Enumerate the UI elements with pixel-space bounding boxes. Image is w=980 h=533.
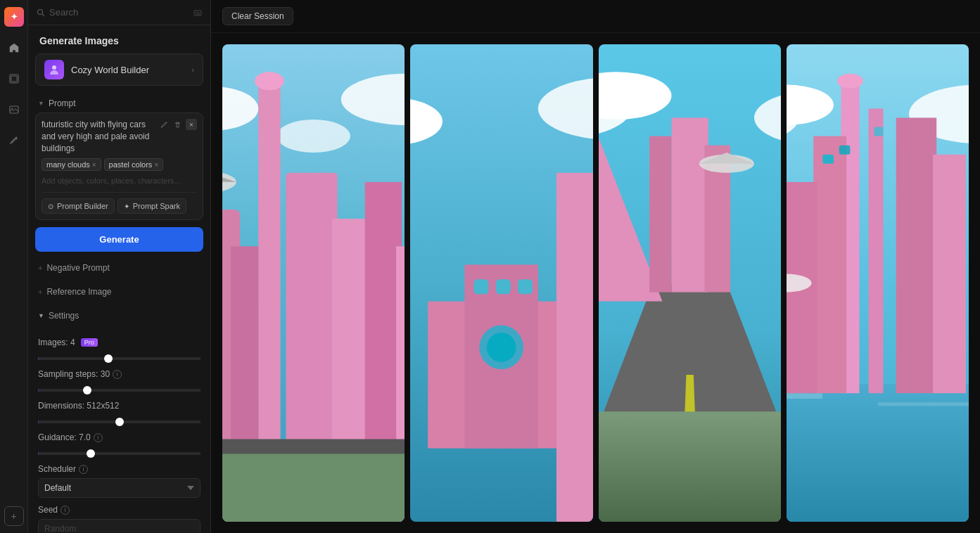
seed-info-icon[interactable]: i: [61, 506, 70, 515]
images-slider[interactable]: [38, 357, 201, 360]
guidance-info-icon[interactable]: i: [94, 433, 103, 442]
svg-point-89: [837, 74, 863, 89]
search-icon: [37, 8, 45, 17]
pro-badge: Pro: [81, 338, 98, 347]
svg-rect-90: [868, 108, 883, 393]
images-label: Images: 4 Pro: [38, 338, 201, 347]
prompt-edit-button[interactable]: [159, 119, 170, 130]
seed-label: Seed i: [38, 505, 201, 515]
svg-rect-52: [496, 279, 511, 294]
seed-input[interactable]: [38, 519, 201, 533]
nav-home[interactable]: [4, 38, 24, 58]
svg-point-17: [255, 72, 284, 90]
tag-pastel-colors: pastel colors ×: [104, 158, 164, 171]
svg-rect-81: [787, 393, 822, 399]
prompt-placeholder[interactable]: Add objects, colors, places, characters.…: [42, 175, 197, 186]
prompt-spark-button[interactable]: ✦ Prompt Spark: [117, 198, 186, 214]
search-bar: [28, 0, 210, 25]
spark-icon: ✦: [124, 203, 129, 210]
prompt-delete-button[interactable]: [172, 119, 183, 130]
svg-rect-70: [649, 136, 671, 293]
svg-point-4: [38, 9, 43, 14]
generate-button[interactable]: Generate: [35, 227, 203, 252]
generated-image-2[interactable]: [410, 44, 592, 522]
negative-prompt-plus-icon: +: [38, 264, 42, 272]
svg-rect-97: [874, 127, 883, 136]
svg-point-50: [487, 333, 516, 362]
svg-rect-51: [474, 279, 489, 294]
svg-point-6: [52, 65, 56, 70]
tag-many-clouds-remove[interactable]: ×: [92, 161, 96, 169]
scheduler-info-icon[interactable]: i: [79, 465, 88, 474]
dimensions-label: Dimensions: 512x512: [38, 401, 201, 411]
svg-rect-91: [813, 136, 846, 394]
svg-rect-96: [839, 146, 851, 155]
search-input[interactable]: [49, 7, 189, 18]
settings-chevron-down-icon: ▼: [38, 312, 44, 319]
generated-image-3[interactable]: [599, 44, 781, 522]
sampling-steps-slider[interactable]: [38, 389, 201, 392]
icon-rail: ✦ +: [0, 0, 28, 533]
svg-rect-92: [896, 117, 936, 393]
model-name: Cozy World Builder: [71, 65, 184, 75]
prompt-builder-button[interactable]: ⊙ Prompt Builder: [42, 198, 115, 214]
nav-layers[interactable]: [4, 69, 24, 89]
svg-rect-44: [556, 173, 592, 522]
prompt-section-label: Prompt: [49, 98, 76, 108]
prompt-section-header[interactable]: ▼ Prompt: [28, 93, 210, 113]
scheduler-label: Scheduler i: [38, 464, 201, 474]
tag-many-clouds: many clouds ×: [42, 158, 101, 171]
negative-prompt-section: + Negative Prompt: [28, 256, 210, 280]
svg-rect-95: [822, 155, 834, 164]
target-icon: ⊙: [48, 203, 53, 210]
sampling-steps-info-icon[interactable]: i: [113, 370, 122, 379]
negative-prompt-header[interactable]: + Negative Prompt: [38, 260, 201, 276]
prompt-chevron-down-icon: ▼: [38, 100, 44, 107]
model-chevron-icon: ›: [191, 65, 194, 74]
sampling-steps-label: Sampling steps: 30 i: [38, 369, 201, 379]
sidebar: Generate Images Cozy World Builder › ▼ P…: [28, 0, 211, 533]
app-logo[interactable]: ✦: [4, 7, 24, 27]
prompt-text: futuristic city with flying cars and ver…: [42, 119, 155, 154]
main-content: Clear Session: [211, 0, 980, 533]
guidance-slider[interactable]: [38, 452, 201, 455]
svg-rect-28: [222, 439, 405, 454]
nav-add[interactable]: +: [4, 506, 24, 526]
tag-row: many clouds × pastel colors ×: [42, 158, 197, 171]
top-bar: Clear Session: [211, 0, 980, 33]
model-avatar: [44, 60, 64, 79]
settings-content: Images: 4 Pro Sampling steps: 30 i Dimen…: [28, 328, 210, 533]
svg-rect-71: [671, 117, 708, 292]
prompt-container: futuristic city with flying cars and ver…: [35, 113, 203, 220]
dimensions-slider[interactable]: [38, 420, 201, 423]
keyboard-icon: [193, 8, 202, 17]
generated-image-1[interactable]: [222, 44, 405, 522]
tag-pastel-colors-remove[interactable]: ×: [154, 161, 158, 169]
settings-label: Settings: [49, 311, 79, 321]
clear-session-button[interactable]: Clear Session: [222, 7, 293, 25]
reference-image-plus-icon: +: [38, 288, 42, 296]
svg-rect-82: [877, 402, 969, 406]
reference-image-label: Reference Image: [46, 287, 111, 297]
image-grid: [211, 33, 980, 533]
prompt-close-button[interactable]: ×: [186, 119, 197, 130]
svg-rect-1: [11, 76, 17, 82]
nav-gallery[interactable]: [4, 100, 24, 120]
page-title: Generate Images: [28, 25, 210, 53]
guidance-label: Guidance: 7.0 i: [38, 432, 201, 442]
settings-header[interactable]: ▼ Settings: [38, 308, 201, 323]
generated-image-4[interactable]: [787, 44, 969, 522]
svg-marker-74: [599, 411, 781, 522]
negative-prompt-label: Negative Prompt: [46, 263, 109, 273]
svg-rect-53: [518, 279, 533, 294]
svg-rect-93: [933, 155, 966, 394]
reference-image-header[interactable]: + Reference Image: [38, 284, 201, 300]
reference-image-section: + Reference Image: [28, 280, 210, 304]
svg-rect-27: [222, 449, 405, 522]
scheduler-select[interactable]: Default DDIM PLMS DPM++ Euler Euler A: [38, 478, 201, 498]
settings-section: ▼ Settings: [28, 304, 210, 328]
model-selector[interactable]: Cozy World Builder ›: [35, 53, 203, 86]
prompt-actions: ⊙ Prompt Builder ✦ Prompt Spark: [42, 192, 197, 214]
nav-edit[interactable]: [4, 131, 24, 150]
svg-point-12: [276, 120, 350, 153]
